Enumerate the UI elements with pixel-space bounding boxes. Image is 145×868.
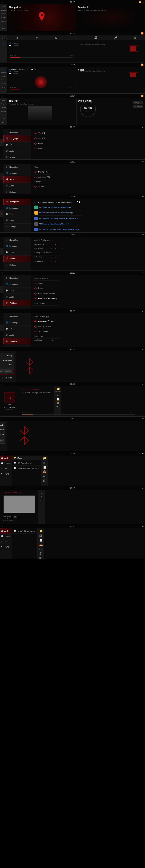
time-opt-gps[interactable]: Auto-Sync GPS (33, 175, 52, 180)
sidebar-back[interactable]: Back (0, 36, 7, 42)
tab-settings[interactable]: ⚙Settings (3, 262, 31, 268)
file-row[interactable]: 📄furious7-tlr1_h1080p.mov (12, 528, 37, 534)
sidebar-nav[interactable]: Navigation (0, 8, 7, 12)
increase-icon[interactable]: ▷ (61, 243, 64, 246)
tab-audio[interactable]: 🔊Audio (3, 332, 31, 338)
cut-icon[interactable]: ✂ (43, 475, 46, 477)
folder-icon[interactable]: 📁 (57, 387, 59, 390)
tab-language[interactable]: 🌐Language (3, 319, 31, 326)
back-icon[interactable]: ↩ (142, 418, 144, 420)
list-icon[interactable]: ≡ (40, 500, 43, 503)
back-icon[interactable]: ↩ (142, 272, 144, 274)
prev-icon[interactable]: ⏮ (35, 36, 38, 39)
eq-icon[interactable]: ⬍ (16, 36, 19, 39)
home-icon[interactable]: ⌂ (1, 95, 3, 97)
opt-radar[interactable]: Radar (33, 286, 59, 291)
sidebar-carinfo[interactable]: Car-Info (0, 113, 7, 117)
call-vol2-slider[interactable]: Call volume◁22▷ (33, 255, 65, 259)
list-icon[interactable]: ≡ (57, 405, 59, 407)
gps-vol-slider[interactable]: GPS volume◁22▷ (33, 259, 65, 263)
back-icon[interactable]: ↩ (142, 453, 144, 455)
file-tab-usb[interactable]: ψUSB (0, 539, 12, 544)
opt-original-cam[interactable]: Original Camera (33, 324, 60, 329)
lang-opt-traditional[interactable]: 中文繁体 (33, 136, 47, 141)
home-icon[interactable]: ⌂ (1, 525, 3, 527)
cut-icon[interactable]: ✂ (39, 548, 42, 550)
sidebar-video[interactable]: Video (0, 23, 7, 27)
delete-icon[interactable]: 🗑 (43, 479, 46, 482)
tab-settings[interactable]: ⚙Settings (3, 338, 31, 344)
back-arrow[interactable]: ‹ (0, 174, 3, 180)
tab-navigation[interactable]: ⊞Navigation (3, 275, 31, 281)
track-row[interactable]: ▷Groove Coverage - God Is A Girl.mp3 (21, 391, 53, 395)
tab-navigation[interactable]: ⊞Navigation (3, 129, 31, 135)
file-tab-local[interactable]: 💾Local (0, 528, 12, 534)
sidebar-nav[interactable]: Navigation (0, 102, 7, 105)
opt-aftermarket[interactable]: Aftermarket Camera (33, 319, 60, 324)
home-icon[interactable]: ⌂ (1, 418, 3, 420)
home-icon[interactable]: ⌂ (1, 310, 3, 312)
new-folder-icon[interactable]: 📁 (39, 529, 42, 532)
select-all-icon[interactable]: ☑ (57, 394, 59, 396)
time-opt-24h[interactable]: 24-hour (33, 184, 52, 189)
sidebar-bt[interactable]: Bluetooth (0, 78, 7, 82)
bt-pane[interactable]: Bluetooth Turn on the Bluetooth device a… (76, 4, 145, 31)
bt-disconnect-button[interactable]: disconnect (0, 439, 4, 442)
time-opt-original[interactable]: Original Time (33, 169, 52, 175)
all-icon[interactable]: ☑ (43, 461, 46, 464)
copy-icon[interactable]: 📋 (57, 397, 59, 400)
home-icon[interactable]: ⌂ (1, 64, 3, 66)
bt-disconnect-button[interactable]: disconnect (3, 369, 12, 373)
play-one-icon[interactable]: ↻ (40, 491, 43, 494)
sidebar-item[interactable]: ⊞ (0, 42, 7, 48)
opt-rear-mirror[interactable]: Rear camera Mirrored (33, 291, 59, 296)
tab-time[interactable]: 🕐Time (3, 211, 31, 217)
file-tab-playing[interactable]: ▶Playing (0, 544, 12, 549)
speaker-icon[interactable]: 🔊 (94, 36, 97, 39)
home-icon[interactable]: ⌂ (1, 195, 3, 197)
sidebar-carinfo[interactable]: Car-Info (0, 20, 7, 23)
next-icon[interactable]: ⏭ (75, 36, 78, 39)
tab-audio[interactable]: 🔊Audio (3, 294, 31, 300)
tab-audio[interactable]: 🔊Audio (3, 148, 31, 154)
sidebar-carinfo[interactable]: Car-Info (0, 82, 7, 85)
all-icon[interactable]: ☑ (39, 534, 42, 537)
file-row[interactable]: 📄DJ - Firestarter.mp3 (12, 460, 41, 466)
opt-360-cam[interactable]: 360 Camera (33, 329, 60, 334)
back-arrow[interactable]: ‹ (0, 286, 3, 293)
tab-settings[interactable]: ⚙Settings (3, 224, 31, 230)
nav-app-tpms[interactable]: TPMS(com.cz.usbserial.activity.MainActiv… (33, 221, 82, 227)
file-tab-sdcard[interactable]: 📇SDCard (0, 461, 12, 466)
tab-language[interactable]: 🌐Language (3, 243, 31, 249)
tab-time[interactable]: 🕐Time (3, 142, 31, 148)
carinfo-pane[interactable]: Car-Info A switch to the original car in… (7, 98, 77, 125)
ok-button[interactable]: OK (77, 201, 80, 204)
paste-icon[interactable]: 📥 (39, 543, 42, 546)
media-vol-slider[interactable]: Media volume◁30▷ (33, 242, 65, 247)
back-icon[interactable]: ↩ (142, 234, 144, 236)
sidebar-apps[interactable]: Apps (0, 121, 7, 124)
copy-icon[interactable]: 📋 (43, 466, 46, 468)
decrease-icon[interactable]: ◁ (50, 260, 53, 262)
home-icon[interactable]: ⌂ (1, 234, 3, 236)
home-icon[interactable]: ⌂ (1, 1, 3, 3)
sidebar-apps[interactable]: Apps (0, 27, 7, 30)
home-icon[interactable]: ⌂ (1, 487, 3, 489)
tab-language[interactable]: 🌐Language (3, 281, 31, 287)
folder-header[interactable]: 📁Music (12, 456, 41, 460)
bt-connect-button[interactable]: connection (0, 369, 3, 373)
tab-navigation[interactable]: ⊞Navigation (3, 164, 31, 170)
paste-icon[interactable]: 📥 (43, 470, 46, 473)
back-icon[interactable]: ↩ (142, 195, 144, 198)
file-tab-local[interactable]: 💾Local (0, 456, 12, 461)
increase-icon[interactable]: ▷ (61, 260, 64, 262)
delete-icon[interactable]: 🗑 (39, 552, 42, 555)
call-vol-slider[interactable]: Call volume◁30▷ (33, 247, 65, 251)
file-tab-sdcard[interactable]: 📇SDCard (0, 534, 12, 539)
dashboard-pane[interactable]: Dash Board 87.50 km/h 2% ⬛ 34.0°C ⬛ (77, 98, 145, 125)
home-icon[interactable]: ⌂ (1, 272, 3, 274)
back-icon[interactable]: ↩ (142, 348, 144, 350)
nav-app-maps[interactable]: Maps(com.google.android.maps.MapsActivit… (33, 205, 82, 210)
back-arrow[interactable]: ‹ (0, 248, 3, 255)
track-row[interactable]: ▶DJ - Firestarter.mp3 (21, 388, 53, 391)
